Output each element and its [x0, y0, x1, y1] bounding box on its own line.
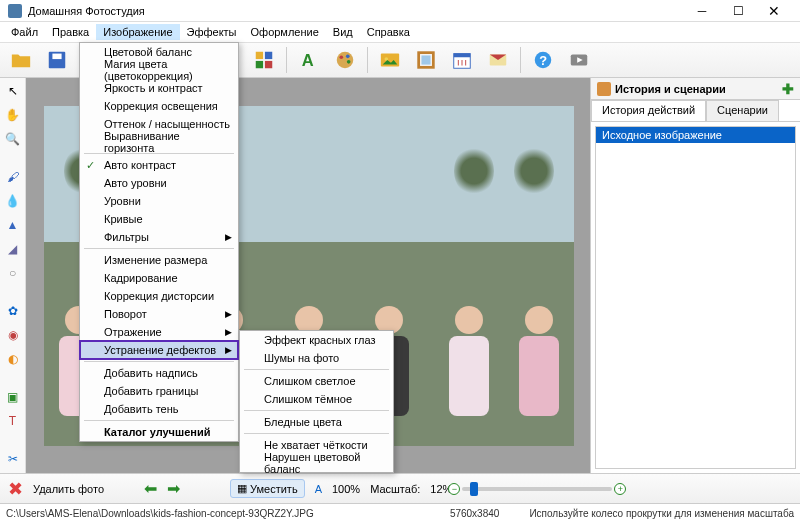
menu-item[interactable]: Яркость и контраст — [80, 79, 238, 97]
fit-button[interactable]: ▦ Уместить — [230, 479, 305, 498]
text-tool[interactable]: T — [4, 412, 22, 430]
menu-справка[interactable]: Справка — [360, 24, 417, 40]
panel-title: История и сценарии — [615, 83, 726, 95]
menu-item[interactable]: Уровни — [80, 192, 238, 210]
postcard-button[interactable] — [481, 45, 515, 75]
minimize-button[interactable]: ─ — [684, 0, 720, 22]
menu-вид[interactable]: Вид — [326, 24, 360, 40]
redeye-tool[interactable]: ◉ — [4, 326, 22, 344]
video-button[interactable] — [562, 45, 596, 75]
close-button[interactable]: ✕ — [756, 0, 792, 22]
submenu-item[interactable]: Слишком светлое — [240, 372, 393, 390]
frame-button[interactable] — [409, 45, 443, 75]
clone-tool[interactable]: ✿ — [4, 302, 22, 320]
pointer-tool[interactable]: ↖ — [4, 82, 22, 100]
history-list[interactable]: Исходное изображение — [595, 126, 796, 469]
menu-item[interactable]: Магия цвета (цветокоррекция) — [80, 61, 238, 79]
app-icon — [8, 4, 22, 18]
panel-tabs: История действийСценарии — [591, 100, 800, 122]
add-scenario-button[interactable]: ✚ — [782, 81, 794, 97]
brush-tool[interactable]: 🖌 — [4, 168, 22, 186]
menu-item[interactable]: Добавить надпись — [80, 364, 238, 382]
calendar-button[interactable] — [445, 45, 479, 75]
svg-point-13 — [346, 55, 350, 59]
menu-item[interactable]: Устранение дефектов▶ — [80, 341, 238, 359]
svg-rect-7 — [265, 52, 272, 59]
menu-item[interactable]: Добавить тень — [80, 400, 238, 418]
sharpen-tool[interactable]: ▲ — [4, 216, 22, 234]
zoom-text: 100% — [332, 483, 360, 495]
svg-point-14 — [347, 60, 351, 64]
zoom-tool[interactable]: 🔍 — [4, 130, 22, 148]
smudge-tool[interactable]: ◢ — [4, 240, 22, 258]
menu-оформление[interactable]: Оформление — [244, 24, 326, 40]
menu-item[interactable]: Изменение размера — [80, 251, 238, 269]
text-button[interactable]: A — [292, 45, 326, 75]
bottom-bar: ✖ Удалить фото ⬅ ➡ ▦ Уместить A 100% Мас… — [0, 473, 800, 503]
menu-правка[interactable]: Правка — [45, 24, 96, 40]
status-hint: Используйте колесо прокрутки для изменен… — [529, 508, 794, 519]
menu-файл[interactable]: Файл — [4, 24, 45, 40]
menu-item[interactable]: Коррекция освещения — [80, 97, 238, 115]
save-button[interactable] — [40, 45, 74, 75]
defects-submenu: Эффект красных глазШумы на фотоСлишком с… — [239, 330, 394, 473]
drop-tool[interactable]: 💧 — [4, 192, 22, 210]
svg-rect-18 — [421, 55, 430, 64]
palette-button[interactable] — [328, 45, 362, 75]
history-item[interactable]: Исходное изображение — [596, 127, 795, 143]
svg-rect-8 — [256, 61, 263, 68]
menu-item[interactable]: Авто уровни — [80, 174, 238, 192]
open-button[interactable] — [4, 45, 38, 75]
zoom-thumb[interactable] — [470, 482, 478, 496]
menu-item[interactable]: Отражение▶ — [80, 323, 238, 341]
submenu-item[interactable]: Нарушен цветовой баланс — [240, 454, 393, 472]
catalog-button[interactable] — [247, 45, 281, 75]
menu-изображение[interactable]: Изображение — [96, 24, 179, 40]
svg-rect-9 — [265, 61, 272, 68]
menu-item[interactable]: Коррекция дисторсии — [80, 287, 238, 305]
zoom-actual-icon[interactable]: A — [315, 483, 322, 495]
submenu-item[interactable]: Шумы на фото — [240, 349, 393, 367]
hand-tool[interactable]: ✋ — [4, 106, 22, 124]
menu-эффекты[interactable]: Эффекты — [180, 24, 244, 40]
tab-1[interactable]: Сценарии — [706, 100, 779, 121]
svg-point-12 — [340, 55, 344, 59]
montage-button[interactable] — [373, 45, 407, 75]
maximize-button[interactable]: ☐ — [720, 0, 756, 22]
book-icon — [597, 82, 611, 96]
fit-icon: ▦ — [237, 482, 247, 495]
status-path: C:\Users\AMS-Elena\Downloads\kids-fashio… — [6, 508, 314, 519]
menu-item[interactable]: Авто контраст✓ — [80, 156, 238, 174]
zoom-slider[interactable]: − + — [462, 487, 612, 491]
menubar: ФайлПравкаИзображениеЭффектыОформлениеВи… — [0, 22, 800, 42]
submenu-item[interactable]: Бледные цвета — [240, 413, 393, 431]
submenu-item[interactable]: Эффект красных глаз — [240, 331, 393, 349]
menu-item[interactable]: Кривые — [80, 210, 238, 228]
crop-tool[interactable]: ✂ — [4, 450, 22, 468]
svg-text:?: ? — [539, 53, 547, 68]
next-button[interactable]: ➡ — [167, 479, 180, 498]
status-bar: C:\Users\AMS-Elena\Downloads\kids-fashio… — [0, 503, 800, 523]
svg-text:A: A — [302, 51, 314, 69]
zoom-out-button[interactable]: − — [448, 483, 460, 495]
menu-item[interactable]: Фильтры▶ — [80, 228, 238, 246]
submenu-item[interactable]: Слишком тёмное — [240, 390, 393, 408]
zoom-in-button[interactable]: + — [614, 483, 626, 495]
menu-item[interactable]: Каталог улучшений — [80, 423, 238, 441]
status-dims: 5760x3840 — [450, 508, 500, 519]
stamp-tool[interactable]: ▣ — [4, 388, 22, 406]
delete-icon[interactable]: ✖ — [8, 478, 23, 500]
dodge-tool[interactable]: ○ — [4, 264, 22, 282]
tab-0[interactable]: История действий — [591, 100, 706, 121]
patch-tool[interactable]: ◐ — [4, 350, 22, 368]
help-button[interactable]: ? — [526, 45, 560, 75]
svg-rect-1 — [52, 54, 61, 60]
menu-item[interactable]: Выравнивание горизонта — [80, 133, 238, 151]
menu-item[interactable]: Поворот▶ — [80, 305, 238, 323]
svg-rect-20 — [454, 54, 471, 58]
delete-label[interactable]: Удалить фото — [33, 483, 104, 495]
menu-item[interactable]: Добавить границы — [80, 382, 238, 400]
menu-item[interactable]: Кадрирование — [80, 269, 238, 287]
prev-button[interactable]: ⬅ — [144, 479, 157, 498]
titlebar: Домашняя Фотостудия ─ ☐ ✕ — [0, 0, 800, 22]
